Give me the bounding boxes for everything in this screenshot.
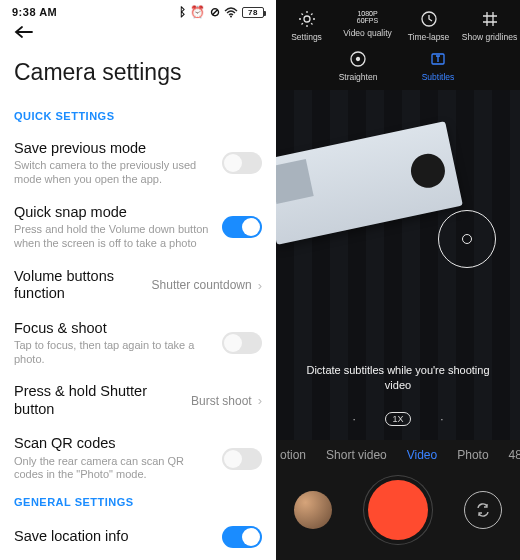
section-quick: QUICK SETTINGS xyxy=(0,104,276,132)
row-scan-qr[interactable]: Scan QR codes Only the rear camera can s… xyxy=(0,426,276,490)
status-icons: ᛒ ⏰ ⊘ 78 xyxy=(179,5,265,19)
tool-settings[interactable]: Settings xyxy=(277,10,337,42)
mode-video[interactable]: Video xyxy=(407,448,437,462)
svg-point-0 xyxy=(230,15,232,17)
row-press-hold-shutter[interactable]: Press & hold Shutter button Burst shoot … xyxy=(0,374,276,426)
switch-camera-button[interactable] xyxy=(464,491,502,529)
settings-panel: 9:38 AM ᛒ ⏰ ⊘ 78 Camera settings QUICK S… xyxy=(0,0,276,560)
tool-straighten[interactable]: Straighten xyxy=(328,50,388,82)
zoom-level[interactable]: 1X xyxy=(385,412,410,426)
mode-slow-motion[interactable]: otion xyxy=(280,448,306,462)
mode-short-video[interactable]: Short video xyxy=(326,448,387,462)
page-title: Camera settings xyxy=(0,49,276,104)
toggle[interactable] xyxy=(222,216,262,238)
setting-name: Save location info xyxy=(14,528,216,545)
back-button[interactable] xyxy=(0,19,276,49)
setting-value: Shutter countdown xyxy=(152,278,252,292)
chevron-right-icon: › xyxy=(258,393,262,408)
mode-photo[interactable]: Photo xyxy=(457,448,488,462)
setting-name: Volume buttons function xyxy=(14,268,146,303)
gallery-thumb[interactable] xyxy=(294,491,332,529)
vq-badge: 1080P 60FPS xyxy=(357,10,378,24)
chevron-right-icon: › xyxy=(258,278,262,293)
status-bar: 9:38 AM ᛒ ⏰ ⊘ 78 xyxy=(0,0,276,19)
setting-value: Burst shoot xyxy=(191,394,252,408)
zoom-dot-icon: · xyxy=(353,414,356,425)
battery-icon: 78 xyxy=(242,7,264,18)
tool-subtitles[interactable]: Subtitles xyxy=(408,50,468,82)
toggle[interactable] xyxy=(222,526,262,548)
setting-name: Press & hold Shutter button xyxy=(14,383,185,418)
shutter-bar xyxy=(276,470,520,560)
focus-ring-icon xyxy=(438,210,496,268)
setting-desc: Switch camera to the previously used mod… xyxy=(14,159,216,187)
row-quick-snap[interactable]: Quick snap mode Press and hold the Volum… xyxy=(0,195,276,259)
setting-name: Focus & shoot xyxy=(14,320,216,337)
setting-desc: Press and hold the Volume down button wh… xyxy=(14,223,216,251)
toggle[interactable] xyxy=(222,152,262,174)
camera-app: Settings 1080P 60FPS Video quality Time-… xyxy=(276,0,520,560)
row-focus-shoot[interactable]: Focus & shoot Tap to focus, then tap aga… xyxy=(0,311,276,375)
row-save-previous-mode[interactable]: Save previous mode Switch camera to the … xyxy=(0,132,276,195)
tool-time-lapse[interactable]: Time-lapse xyxy=(399,10,459,42)
setting-name: Quick snap mode xyxy=(14,204,216,221)
setting-name: Save previous mode xyxy=(14,140,216,157)
tool-gridlines[interactable]: Show gridlines xyxy=(460,10,520,42)
setting-desc: Only the rear camera can scan QR codes i… xyxy=(14,455,216,483)
svg-point-1 xyxy=(304,16,310,22)
toggle[interactable] xyxy=(222,448,262,470)
toggle[interactable] xyxy=(222,332,262,354)
mode-strip[interactable]: otion Short video Video Photo 48M xyxy=(276,440,520,470)
mode-48m[interactable]: 48M xyxy=(509,448,520,462)
zoom-dot-icon: · xyxy=(441,414,444,425)
zoom-strip[interactable]: · 1X · xyxy=(276,412,520,426)
svg-point-4 xyxy=(357,58,360,61)
setting-desc: Tap to focus, then tap again to take a p… xyxy=(14,339,216,367)
clock: 9:38 AM xyxy=(12,6,57,18)
bluetooth-icon: ᛒ xyxy=(179,5,187,19)
alarm-icon: ⏰ xyxy=(190,5,206,19)
viewfinder[interactable]: hp Dictate subtitles while you're shooti… xyxy=(276,90,520,440)
subtitle-hint: Dictate subtitles while you're shooting … xyxy=(276,363,520,392)
section-general: GENERAL SETTINGS xyxy=(0,490,276,518)
row-volume-buttons[interactable]: Volume buttons function Shutter countdow… xyxy=(0,259,276,311)
wifi-icon xyxy=(224,7,238,18)
row-save-location[interactable]: Save location info xyxy=(0,518,276,556)
dnd-icon: ⊘ xyxy=(210,5,221,19)
shutter-button[interactable] xyxy=(368,480,428,540)
tool-video-quality[interactable]: 1080P 60FPS Video quality xyxy=(338,10,398,42)
camera-tools: Settings 1080P 60FPS Video quality Time-… xyxy=(276,0,520,90)
setting-name: Scan QR codes xyxy=(14,435,216,452)
